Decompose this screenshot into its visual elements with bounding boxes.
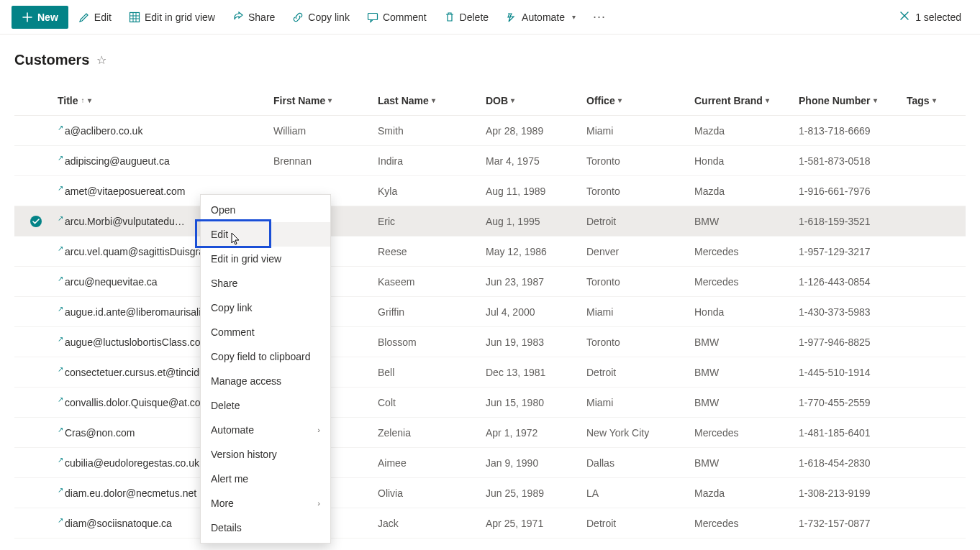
row-selector[interactable] <box>14 216 58 227</box>
chevron-down-icon: ▾ <box>618 96 622 104</box>
cell-lastName: Indira <box>378 155 486 167</box>
cell-dob: Apr 1, 1972 <box>486 427 586 439</box>
table-row[interactable]: ↗diam@sociisnatoque.caJackApr 25, 1971De… <box>14 508 966 538</box>
more-commands-button[interactable]: ··· <box>586 5 613 29</box>
table-row[interactable]: ↗augue.id.ante@liberomaurisaliquaGriffin… <box>14 297 966 327</box>
table-row[interactable]: ↗arcu.vel.quam@sagittisDuisgravidReeseMa… <box>14 237 966 267</box>
table-row[interactable]: ↗arcu.Morbi@vulputatedu…EricAug 1, 1995D… <box>14 206 966 237</box>
ctx-open[interactable]: Open <box>201 198 330 222</box>
column-header-office[interactable]: Office▾ <box>586 95 694 106</box>
table-row[interactable]: ↗cubilia@eudoloregestas.co.ukAimeeJan 9,… <box>14 448 966 478</box>
table-row[interactable]: ↗Cras@non.comZeleniaApr 1, 1972New York … <box>14 418 966 448</box>
ctx-comment[interactable]: Comment <box>201 320 330 344</box>
item-link-icon: ↗ <box>58 336 63 344</box>
cell-lastName: Kaseem <box>378 276 486 288</box>
item-link-icon: ↗ <box>58 306 63 313</box>
delete-button[interactable]: Delete <box>437 7 496 27</box>
chevron-down-icon: ▾ <box>328 96 332 104</box>
table-row[interactable]: ↗adipiscing@augueut.caBrennanIndiraMar 4… <box>14 146 966 176</box>
cell-phone: 1-618-454-2830 <box>799 457 907 469</box>
cell-phone: 1-977-946-8825 <box>799 336 907 348</box>
table-row[interactable]: ↗a@aclibero.co.ukWilliamSmithApr 28, 198… <box>14 116 966 146</box>
selection-count[interactable]: 1 selected <box>892 6 968 27</box>
selection-count-label: 1 selected <box>915 12 961 23</box>
cell-lastName: Kyla <box>378 185 486 197</box>
ctx-edit-grid[interactable]: Edit in grid view <box>201 247 330 271</box>
column-header-dob[interactable]: DOB▾ <box>486 95 586 106</box>
item-link-icon: ↗ <box>58 518 63 525</box>
cell-phone: 1-770-455-2559 <box>799 397 907 408</box>
ctx-automate[interactable]: Automate› <box>201 418 330 442</box>
ctx-alert-me[interactable]: Alert me <box>201 467 330 491</box>
edit-grid-button-label: Edit in grid view <box>145 12 215 23</box>
comment-button[interactable]: Comment <box>360 7 434 27</box>
cell-dob: Apr 25, 1971 <box>486 518 586 529</box>
cell-dob: Jun 19, 1983 <box>486 336 586 348</box>
ctx-copy-link[interactable]: Copy link <box>201 295 330 320</box>
chevron-down-icon: ▾ <box>874 96 877 104</box>
item-link-icon: ↗ <box>58 427 63 434</box>
ctx-edit[interactable]: Edit <box>201 222 330 247</box>
ctx-details[interactable]: Details <box>201 515 330 538</box>
column-header-brand[interactable]: Current Brand▾ <box>694 95 799 106</box>
list: Title ↑ ▾ First Name▾ Last Name▾ DOB▾ Of… <box>14 86 966 538</box>
cell-dob: Apr 28, 1989 <box>486 125 586 137</box>
cell-phone: 1-957-129-3217 <box>799 246 907 257</box>
table-row[interactable]: ↗diam.eu.dolor@necmetus.netOliviaJun 25,… <box>14 478 966 508</box>
ctx-share[interactable]: Share <box>201 271 330 295</box>
star-icon[interactable]: ☆ <box>96 53 106 67</box>
cell-lastName: Jack <box>378 518 486 529</box>
comment-button-label: Comment <box>383 12 427 23</box>
cursor-icon <box>231 232 241 245</box>
cell-brand: Mercedes <box>694 427 799 439</box>
item-link-icon: ↗ <box>58 125 63 132</box>
ctx-manage-access[interactable]: Manage access <box>201 369 330 393</box>
flow-icon <box>506 12 517 23</box>
trash-icon <box>444 12 455 23</box>
cell-office: New York City <box>586 427 694 439</box>
edit-button-label: Edit <box>94 12 112 23</box>
column-header-first-name[interactable]: First Name▾ <box>273 95 378 106</box>
cell-brand: Mercedes <box>694 276 799 288</box>
column-header-title[interactable]: Title ↑ ▾ <box>58 95 273 106</box>
cell-title[interactable]: ↗a@aclibero.co.uk <box>58 125 273 137</box>
cell-brand: Mazda <box>694 487 799 499</box>
list-header: Title ↑ ▾ First Name▾ Last Name▾ DOB▾ Of… <box>14 86 966 116</box>
copy-link-button[interactable]: Copy link <box>285 7 357 27</box>
item-link-icon: ↗ <box>58 276 63 283</box>
column-header-tags[interactable]: Tags▾ <box>907 95 980 106</box>
edit-button[interactable]: Edit <box>71 7 119 27</box>
cell-title[interactable]: ↗adipiscing@augueut.ca <box>58 155 273 167</box>
table-row[interactable]: ↗amet@vitaeposuereat.comKylaAug 11, 1989… <box>14 176 966 206</box>
cell-office: LA <box>586 487 694 499</box>
table-row[interactable]: ↗consectetuer.cursus.et@tincidunt[BellDe… <box>14 357 966 388</box>
close-icon[interactable] <box>899 11 909 23</box>
column-header-last-name[interactable]: Last Name▾ <box>378 95 486 106</box>
cell-brand: Mazda <box>694 125 799 137</box>
automate-button[interactable]: Automate ▾ <box>499 7 583 27</box>
cell-office: Denver <box>586 246 694 257</box>
cell-office: Toronto <box>586 155 694 167</box>
cell-dob: May 12, 1986 <box>486 246 586 257</box>
cell-firstName: William <box>273 125 378 137</box>
edit-grid-button[interactable]: Edit in grid view <box>122 7 222 27</box>
cell-office: Miami <box>586 306 694 318</box>
chevron-down-icon: ▾ <box>766 96 769 104</box>
ctx-copy-field[interactable]: Copy field to clipboard <box>201 344 330 369</box>
cell-phone: 1-481-185-6401 <box>799 427 907 439</box>
ctx-version-history[interactable]: Version history <box>201 442 330 467</box>
table-row[interactable]: ↗arcu@nequevitae.caKaseemJun 23, 1987Tor… <box>14 267 966 297</box>
cell-office: Toronto <box>586 336 694 348</box>
column-header-phone[interactable]: Phone Number▾ <box>799 95 907 106</box>
cell-office: Dallas <box>586 457 694 469</box>
ctx-more[interactable]: More› <box>201 491 330 515</box>
item-link-icon: ↗ <box>58 487 63 495</box>
chevron-right-icon: › <box>317 426 320 434</box>
new-button[interactable]: New <box>12 6 68 29</box>
share-button[interactable]: Share <box>225 7 282 27</box>
ctx-delete[interactable]: Delete <box>201 393 330 418</box>
cell-lastName: Eric <box>378 216 486 227</box>
table-row[interactable]: ↗augue@luctuslobortisClass.co.ukBlossomJ… <box>14 327 966 357</box>
cell-brand: Mazda <box>694 185 799 197</box>
table-row[interactable]: ↗convallis.dolor.Quisque@at.co.ukColtJun… <box>14 388 966 418</box>
